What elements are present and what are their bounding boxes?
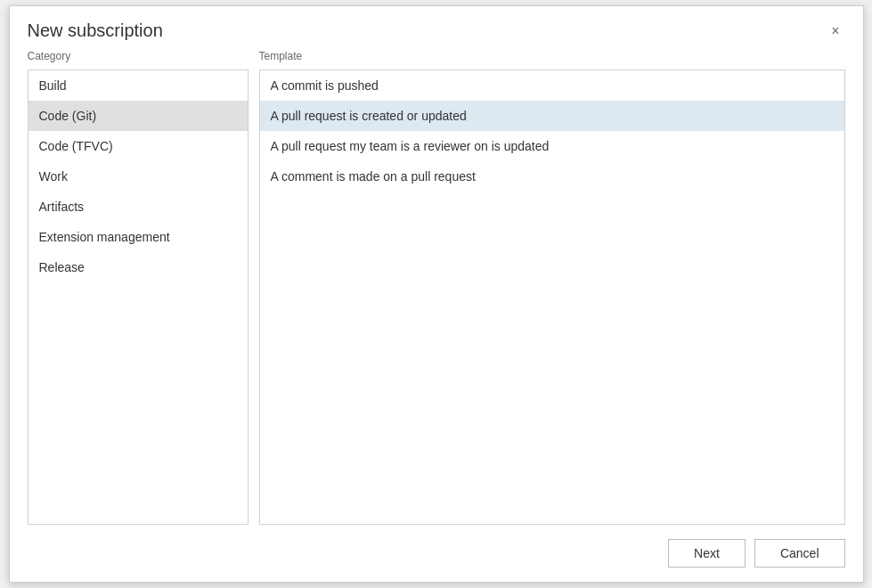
category-item-work[interactable]: Work [29, 161, 248, 192]
dialog-body: Category Template BuildCode (Git)Code (T… [10, 50, 863, 525]
template-item-pr-team-reviewer[interactable]: A pull request my team is a reviewer on … [260, 131, 844, 161]
new-subscription-dialog: New subscription × Category Template Bui… [9, 5, 864, 583]
category-column-header: Category [28, 50, 249, 62]
next-button[interactable]: Next [668, 539, 746, 568]
category-item-build[interactable]: Build [29, 70, 248, 101]
category-item-release[interactable]: Release [29, 252, 248, 282]
cancel-button[interactable]: Cancel [754, 539, 845, 568]
close-button[interactable]: × [826, 22, 844, 40]
category-list: BuildCode (Git)Code (TFVC)WorkArtifactsE… [28, 69, 249, 525]
template-item-commit-pushed[interactable]: A commit is pushed [260, 70, 844, 101]
dialog-titlebar: New subscription × [10, 6, 863, 50]
dialog-title: New subscription [28, 20, 163, 41]
template-item-comment-pr[interactable]: A comment is made on a pull request [260, 161, 844, 192]
lists-container: BuildCode (Git)Code (TFVC)WorkArtifactsE… [28, 69, 845, 525]
template-list: A commit is pushedA pull request is crea… [259, 69, 845, 525]
template-column-header: Template [249, 50, 845, 62]
category-item-extension-management[interactable]: Extension management [29, 222, 248, 252]
column-headers: Category Template [28, 50, 845, 62]
dialog-footer: Next Cancel [10, 525, 863, 582]
category-item-code-git[interactable]: Code (Git) [29, 101, 248, 131]
category-item-code-tfvc[interactable]: Code (TFVC) [29, 131, 248, 161]
template-item-pr-created-updated[interactable]: A pull request is created or updated [260, 101, 844, 131]
category-item-artifacts[interactable]: Artifacts [29, 192, 248, 222]
